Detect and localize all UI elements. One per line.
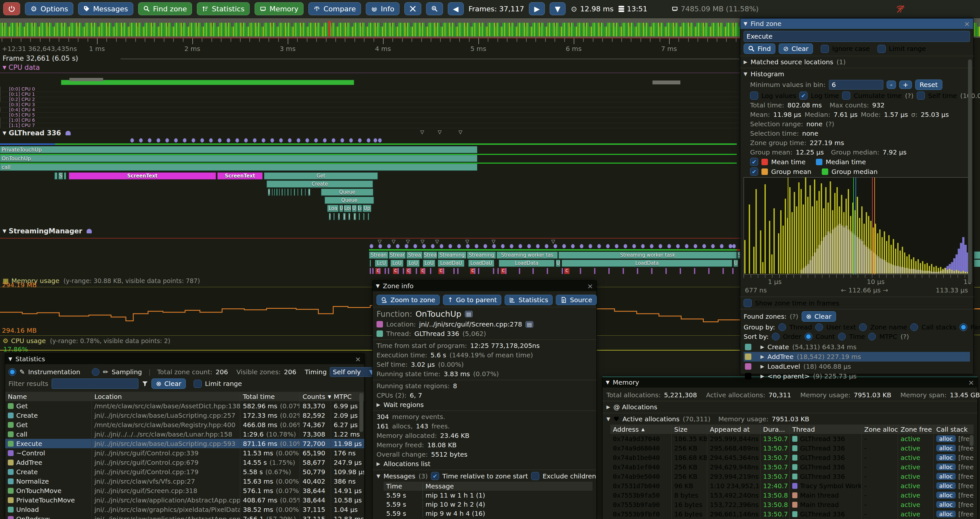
sample-dot[interactable] xyxy=(279,138,283,142)
sample-dot[interactable] xyxy=(615,244,619,248)
sample-dot[interactable] xyxy=(379,244,382,248)
message-tick[interactable] xyxy=(594,268,595,274)
sampling-radio[interactable] xyxy=(92,368,100,376)
sample-dot[interactable] xyxy=(405,244,408,248)
messages-button[interactable]: Messages xyxy=(78,2,133,15)
zone-bar[interactable]: |~ xyxy=(343,213,346,220)
prev-frame-button[interactable]: ◀ xyxy=(448,2,464,15)
zone-bar[interactable] xyxy=(276,188,278,196)
message-tick[interactable] xyxy=(623,268,624,274)
sample-dot[interactable] xyxy=(519,244,522,248)
zone-bar[interactable]: Queue xyxy=(325,197,374,204)
findzone-scrollbar[interactable] xyxy=(968,59,972,283)
goto-frame-button[interactable]: ▼ xyxy=(550,2,566,15)
zone-bar[interactable]: Queue xyxy=(321,188,373,196)
histogram-expander[interactable]: ▼Histogram xyxy=(744,70,970,78)
alloc-callstack-button[interactable]: alloc xyxy=(936,435,956,442)
sample-dot[interactable] xyxy=(297,138,300,142)
sample-dot[interactable] xyxy=(597,244,601,248)
frame-marker-icon[interactable]: ▽ xyxy=(492,239,495,244)
zone-bar[interactable]: PrivateTouchUp xyxy=(0,146,477,153)
message-tick[interactable] xyxy=(608,268,610,274)
message-tick[interactable] xyxy=(416,268,417,274)
sample-dot[interactable] xyxy=(580,244,583,248)
clear-found-button[interactable]: ⊗Clear xyxy=(802,311,836,322)
sample-dot[interactable] xyxy=(545,244,548,248)
sample-dot[interactable] xyxy=(667,244,671,248)
sample-dot[interactable] xyxy=(440,244,443,248)
stats-table-row[interactable]: AddTree jni/../jni/src/guif/Control.cpp:… xyxy=(5,458,364,467)
sample-dot[interactable] xyxy=(370,244,373,248)
cpu-segment[interactable] xyxy=(0,118,1,122)
found-zone-row[interactable]: ▶ AddTree (18,542) 227.19 ms xyxy=(744,352,970,362)
zone-bar[interactable] xyxy=(291,188,291,196)
sample-dot[interactable] xyxy=(571,244,574,248)
zone-bar[interactable] xyxy=(298,188,298,196)
message-tick[interactable] xyxy=(580,268,581,274)
sample-dot[interactable] xyxy=(624,244,627,248)
alloc-callstack-button[interactable]: alloc xyxy=(936,482,956,489)
zone-bar[interactable] xyxy=(294,188,295,196)
group-by-radio[interactable] xyxy=(859,323,867,331)
zone-bar[interactable]: LoU xyxy=(390,260,403,267)
cpu-graph-header[interactable]: ⚙CPU usage (y-range: 0.78%, visible data… xyxy=(3,337,170,345)
group-by-radio[interactable] xyxy=(910,323,918,331)
zone-bar[interactable]: U xyxy=(733,260,738,267)
zone-bar[interactable] xyxy=(285,188,285,196)
stats-table-row[interactable]: Create jni/../jni/src/guif/Control.cpp:1… xyxy=(5,467,364,476)
sample-dot[interactable] xyxy=(702,244,706,248)
zone-bar[interactable]: call xyxy=(0,164,477,171)
exclude-children-checkbox[interactable] xyxy=(531,472,539,480)
zone-bar[interactable]: Loa xyxy=(327,205,339,212)
zone-bar[interactable] xyxy=(363,213,364,220)
streaming-header[interactable]: ▼ StreamingManager xyxy=(3,227,92,235)
messages-header[interactable]: TimeMessage xyxy=(383,482,592,491)
message-tick[interactable] xyxy=(547,268,548,274)
sample-dot[interactable] xyxy=(510,244,513,248)
funnel-icon[interactable] xyxy=(142,380,148,387)
alloc-callstack-button[interactable]: alloc xyxy=(936,454,956,461)
message-tick[interactable] xyxy=(403,268,404,274)
sample-dot[interactable] xyxy=(174,138,178,142)
zone-bar[interactable]: Get xyxy=(264,172,378,179)
group-by-radio[interactable] xyxy=(959,323,967,331)
zone-bar[interactable]: Create xyxy=(267,180,373,188)
sample-dot[interactable] xyxy=(562,244,566,248)
zone-bar[interactable]: E xyxy=(268,188,270,196)
zone-bar[interactable]: ( xyxy=(338,213,340,220)
alloc-callstack-button[interactable]: alloc xyxy=(936,501,956,508)
zone-bar[interactable] xyxy=(272,188,273,196)
zone-bar[interactable] xyxy=(64,172,66,179)
clear-filter-button[interactable]: ⊗Clear xyxy=(151,378,186,389)
sort-by-radio[interactable] xyxy=(805,333,812,340)
sample-dot[interactable] xyxy=(431,244,434,248)
sample-dot[interactable] xyxy=(209,138,213,142)
sample-dot[interactable] xyxy=(676,244,680,248)
sort-by-radio[interactable] xyxy=(868,333,876,340)
found-zone-row[interactable]: ▶ Create (54,131) 643.34 ms xyxy=(744,342,970,352)
cpu-segment[interactable] xyxy=(0,123,1,128)
mean-time-checkbox[interactable]: ✔ xyxy=(750,158,758,166)
sample-dot[interactable] xyxy=(288,138,291,142)
sort-by-radio[interactable] xyxy=(772,333,780,340)
message-row[interactable]: 5.59 smip 10 w 2 h 2 (4) xyxy=(383,500,592,509)
instrumentation-radio[interactable] xyxy=(8,368,16,376)
sample-dot[interactable] xyxy=(475,244,478,248)
cpu-segment[interactable] xyxy=(0,107,1,112)
message-tick[interactable] xyxy=(637,268,638,274)
alloc-callstack-button[interactable]: alloc xyxy=(936,445,956,452)
allocation-row[interactable]: 0x74a9d37040 186.35 KB 295,999,844ns 13:… xyxy=(610,434,974,443)
zone-bar[interactable]: LoadDaU xyxy=(468,260,494,267)
zone-bar[interactable] xyxy=(274,188,275,196)
sample-dot[interactable] xyxy=(422,244,426,248)
message-tick[interactable] xyxy=(443,268,444,274)
zone-bar[interactable] xyxy=(279,188,280,196)
zone-bar[interactable]: U xyxy=(339,205,343,212)
alloc-callstack-button[interactable]: alloc xyxy=(936,511,956,517)
sample-dot[interactable] xyxy=(218,138,221,142)
message-tick[interactable] xyxy=(372,268,374,274)
cpu-segment[interactable] xyxy=(0,87,1,91)
stats-table-row[interactable]: call jni/../jni/../../../src/claw/base/L… xyxy=(5,430,364,439)
zone-bar[interactable]: LoU xyxy=(423,260,435,267)
wait-regions-expander[interactable]: ▶Wait regions xyxy=(377,401,592,409)
